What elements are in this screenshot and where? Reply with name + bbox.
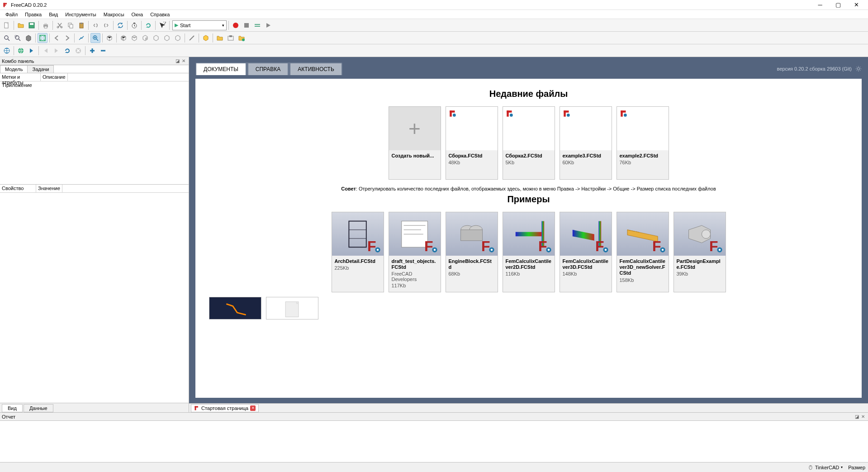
sp-tab-activity[interactable]: АКТИВНОСТЬ xyxy=(290,63,341,75)
minimize-button[interactable]: ─ xyxy=(811,1,829,8)
workbench-selector[interactable]: ▶ Start ▾ xyxy=(172,20,227,30)
whatsthis-button[interactable]: ? xyxy=(157,20,167,30)
nav-back-button[interactable] xyxy=(52,33,62,43)
zoom-in-web-button[interactable] xyxy=(87,46,97,56)
tab-tasks[interactable]: Задачи xyxy=(27,65,54,73)
status-navigation-style[interactable]: TinkerCAD ▾ xyxy=(808,465,843,470)
tab-model[interactable]: Модель xyxy=(0,65,28,73)
set-url-button[interactable] xyxy=(2,46,12,56)
menu-help[interactable]: Справка xyxy=(147,12,173,17)
recent-card-1[interactable]: Сборка2.FCStd5Kb xyxy=(503,106,555,180)
menu-edit[interactable]: Правка xyxy=(21,12,45,17)
recent-card-3[interactable]: example2.FCStd76Kb xyxy=(617,106,669,180)
example-card-8[interactable] xyxy=(266,297,318,319)
bounding-box-button[interactable] xyxy=(38,33,47,43)
cut-button[interactable] xyxy=(55,20,65,30)
tree-view[interactable]: Метки и атрибуты Описание Приложение xyxy=(0,73,189,185)
tree-row-application[interactable]: Приложение xyxy=(0,81,189,89)
reload-button[interactable] xyxy=(143,20,153,30)
example-card-0[interactable]: F ArchDetail.FCStd225Kb xyxy=(332,212,384,292)
macro-stop-button[interactable] xyxy=(242,20,251,30)
paste-button[interactable] xyxy=(76,20,86,30)
close-button[interactable]: ✕ xyxy=(847,1,865,8)
doc-tab-close-button[interactable]: ✕ xyxy=(250,405,256,411)
menu-file[interactable]: Файл xyxy=(2,12,21,17)
sp-tab-help[interactable]: СПРАВКА xyxy=(248,63,288,75)
svg-point-67 xyxy=(604,249,607,251)
property-view[interactable]: Свойство Значение xyxy=(0,185,189,403)
card-new-file[interactable]: + Создать новый... xyxy=(389,106,441,180)
start-page-version: версия 0.20.2 сборка 29603 (Git) xyxy=(777,66,862,72)
example-card-7[interactable] xyxy=(209,297,261,319)
macro-edit-button[interactable] xyxy=(252,20,262,30)
example-card-4[interactable]: F FemCalculixCantilever3D.FCStd148Kb xyxy=(560,212,612,292)
new-file-button[interactable] xyxy=(2,20,12,30)
link-make-button[interactable] xyxy=(226,33,236,43)
stopwatch-button[interactable] xyxy=(129,20,139,30)
zoom-fit-button[interactable] xyxy=(2,33,12,43)
view-iso-button[interactable] xyxy=(104,33,114,43)
group-button[interactable] xyxy=(215,33,225,43)
macro-play-button[interactable] xyxy=(263,20,273,30)
tab-data[interactable]: Данные xyxy=(24,404,53,412)
gear-icon[interactable] xyxy=(855,66,862,72)
menu-windows[interactable]: Окна xyxy=(128,12,147,17)
status-dimension[interactable]: Размер xyxy=(848,465,865,470)
view-top-button[interactable] xyxy=(129,33,139,43)
browser-refresh-button[interactable] xyxy=(62,46,72,56)
copy-button[interactable] xyxy=(66,20,76,30)
redo-button[interactable] xyxy=(101,20,111,30)
print-button[interactable] xyxy=(41,20,51,30)
browser-stop-button[interactable] xyxy=(73,46,83,56)
view-bottom-button[interactable] xyxy=(162,33,172,43)
main-area: Комбо панель ◪ ✕ Модель Задачи Метки и а… xyxy=(0,57,868,412)
link-button[interactable] xyxy=(76,33,86,43)
report-view[interactable] xyxy=(0,421,868,462)
view-front-button[interactable] xyxy=(119,33,128,43)
measure-button[interactable] xyxy=(187,33,197,43)
menu-view[interactable]: Вид xyxy=(45,12,62,17)
panel-close-button[interactable]: ✕ xyxy=(180,58,187,63)
nav-forward-button[interactable] xyxy=(62,33,72,43)
browser-home-button[interactable] xyxy=(16,46,26,56)
cog-icon xyxy=(716,246,724,254)
menu-macros[interactable]: Макросы xyxy=(100,12,128,17)
link-actions-button[interactable] xyxy=(237,33,247,43)
recent-card-2[interactable]: example3.FCStd60Kb xyxy=(560,106,612,180)
zoom-selection-button[interactable] xyxy=(13,33,23,43)
browser-forward-button[interactable] xyxy=(52,46,62,56)
report-panel-title: Отчет xyxy=(2,414,15,420)
macro-record-button[interactable] xyxy=(231,20,241,30)
example-card-3[interactable]: F FemCalculixCantilever2D.FCStd116Kb xyxy=(503,212,555,292)
svg-rect-8 xyxy=(44,26,47,28)
panel-float-button[interactable]: ◪ xyxy=(854,414,860,419)
example-card-2[interactable]: F EngineBlock.FCStd68Kb xyxy=(446,212,498,292)
example-sub: 116Kb xyxy=(506,271,552,277)
view-right-button[interactable] xyxy=(140,33,150,43)
open-file-button[interactable] xyxy=(16,20,26,30)
window-title: FreeCAD 0.20.2 xyxy=(11,2,811,8)
refresh-button[interactable] xyxy=(115,20,125,30)
view-rear-button[interactable] xyxy=(151,33,161,43)
example-card-6[interactable]: F PartDesignExample.FCStd39Kb xyxy=(674,212,726,292)
tab-view[interactable]: Вид xyxy=(2,404,23,412)
example-card-5[interactable]: F FemCalculixCantilever3D_newSolver.FCSt… xyxy=(617,212,669,292)
svg-point-69 xyxy=(661,249,664,251)
maximize-button[interactable]: ▢ xyxy=(829,1,847,8)
panel-close-button[interactable]: ✕ xyxy=(860,414,866,419)
menu-tools[interactable]: Инструменты xyxy=(62,12,100,17)
browser-back-button[interactable] xyxy=(41,46,51,56)
browser-next-button[interactable] xyxy=(27,46,37,56)
sp-tab-documents[interactable]: ДОКУМЕНТЫ xyxy=(196,63,246,75)
doc-tab-start[interactable]: Стартовая страница ✕ xyxy=(191,404,259,412)
zoom-out-web-button[interactable] xyxy=(98,46,108,56)
zoom-in-button[interactable] xyxy=(90,33,100,43)
part-button[interactable] xyxy=(201,33,211,43)
example-card-1[interactable]: F draft_test_objects.FCStdFreeCAD Develo… xyxy=(389,212,441,292)
save-button[interactable] xyxy=(27,20,37,30)
draw-style-button[interactable] xyxy=(24,33,33,43)
undo-button[interactable] xyxy=(90,20,100,30)
view-left-button[interactable] xyxy=(173,33,183,43)
recent-card-0[interactable]: Сборка.FCStd48Kb xyxy=(446,106,498,180)
panel-float-button[interactable]: ◪ xyxy=(174,58,180,63)
